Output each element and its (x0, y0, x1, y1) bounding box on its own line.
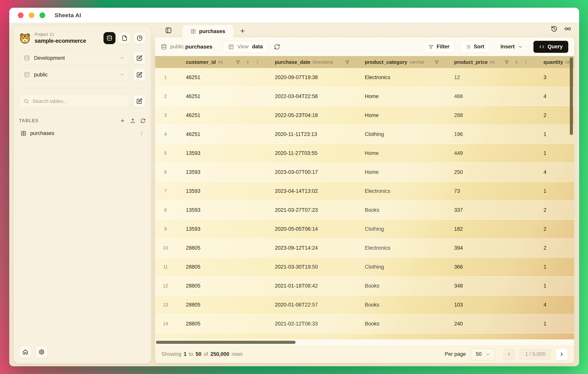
cell-customer_id[interactable]: 13593 (176, 201, 265, 219)
cell-purchase_date[interactable]: 2020-05-05T06:14 (265, 220, 355, 238)
row-number[interactable]: 9 (155, 220, 176, 238)
cell-product_price[interactable]: 288 (444, 106, 534, 125)
cell-customer_id[interactable]: 28805 (176, 314, 265, 333)
cell-quantity[interactable]: 1 (534, 258, 574, 276)
cell-customer_id[interactable]: 28805 (176, 258, 265, 276)
cell-product_category[interactable]: Books (355, 314, 444, 333)
add-tab-button[interactable] (239, 27, 246, 35)
cell-product_price[interactable]: 12 (444, 68, 534, 87)
row-number[interactable]: 14 (155, 314, 176, 333)
cell-customer_id[interactable]: 46251 (176, 125, 265, 144)
cell-product_price[interactable]: 449 (444, 144, 534, 162)
table-row[interactable]: 13288052020-01-06T22:57Books1034 (155, 295, 574, 314)
environment-select[interactable]: Development (19, 52, 129, 65)
cell-purchase_date[interactable]: 2020-11-11T23:13 (265, 125, 355, 144)
table-row[interactable]: 3462512022-05-23T04:18Home2882 (155, 106, 574, 125)
database-view-button[interactable] (104, 32, 116, 44)
row-number[interactable]: 1 (155, 68, 176, 87)
edit-environment-button[interactable] (133, 52, 146, 64)
home-button[interactable] (19, 346, 32, 358)
view-mode-button[interactable]: View data (223, 41, 268, 53)
filter-icon[interactable] (504, 60, 509, 64)
sort-arrows-icon[interactable] (245, 60, 250, 64)
cell-quantity[interactable]: 4 (534, 87, 574, 106)
table-row[interactable]: 1462512020-09-07T19:38Electronics123 (155, 68, 574, 87)
tab-purchases[interactable]: purchases (183, 25, 233, 38)
column-menu-icon[interactable] (255, 60, 260, 64)
sort-button[interactable]: Sort (460, 41, 490, 53)
add-table-icon[interactable] (120, 118, 125, 123)
row-number[interactable]: 8 (155, 201, 176, 219)
cell-product_price[interactable]: 103 (444, 295, 534, 314)
cell-quantity[interactable]: 1 (534, 277, 574, 295)
refresh-tables-icon[interactable] (140, 118, 146, 123)
cell-purchase_date[interactable]: 2023-03-07T00:17 (265, 163, 355, 181)
charts-view-button[interactable] (134, 32, 146, 44)
search-tables-input[interactable] (32, 98, 125, 104)
table-row[interactable]: 14288052021-02-12T06:33Books2401 (155, 314, 574, 333)
cell-product_price[interactable]: 348 (444, 277, 534, 295)
files-view-button[interactable] (119, 32, 131, 44)
column-menu-icon[interactable] (524, 60, 528, 64)
cell-product_price[interactable]: 337 (444, 201, 534, 219)
filter-button[interactable]: Filter (423, 41, 455, 53)
cell-purchase_date[interactable]: 2020-09-07T19:38 (265, 68, 355, 87)
cell-customer_id[interactable]: 46251 (176, 68, 265, 87)
cell-customer_id[interactable]: 13593 (176, 144, 265, 162)
row-number[interactable]: 11 (155, 258, 176, 276)
cell-product_price[interactable]: 240 (444, 314, 534, 333)
sidebar-item-purchases[interactable]: purchases (19, 129, 146, 137)
cell-product_category[interactable]: Home (355, 163, 444, 181)
cell-customer_id[interactable]: 28805 (176, 239, 265, 257)
infinity-icon[interactable] (564, 26, 571, 32)
cell-product_category[interactable]: Home (355, 87, 444, 106)
table-row[interactable]: 9135932020-05-05T06:14Clothing1822 (155, 220, 574, 239)
filter-icon[interactable] (236, 60, 241, 64)
row-number[interactable]: 7 (155, 182, 176, 200)
cell-quantity[interactable]: 4 (534, 295, 574, 314)
history-icon[interactable] (551, 26, 557, 32)
cell-product_category[interactable]: Books (355, 277, 444, 295)
cell-product_category[interactable]: Clothing (355, 125, 444, 144)
cell-quantity[interactable]: 2 (534, 106, 574, 125)
table-row[interactable]: 4462512020-11-11T23:13Clothing1961 (155, 125, 574, 144)
cell-quantity[interactable]: 1 (534, 314, 574, 333)
row-number[interactable]: 4 (155, 125, 176, 144)
cell-product_price[interactable]: 366 (444, 258, 534, 276)
query-button[interactable]: Query (534, 41, 568, 53)
cell-purchase_date[interactable]: 2023-09-12T14:24 (265, 239, 355, 257)
schema-select[interactable]: public (19, 68, 129, 81)
settings-button[interactable] (35, 346, 48, 358)
cell-purchase_date[interactable]: 2021-02-12T06:33 (265, 314, 355, 333)
cell-customer_id[interactable]: 46251 (176, 87, 265, 106)
column-header-product-category[interactable]: product_category varchar (355, 56, 444, 68)
zoom-window-button[interactable] (40, 12, 45, 18)
next-page-button[interactable] (556, 348, 568, 360)
cell-product_price[interactable]: 73 (444, 182, 534, 200)
table-row[interactable]: 2462512022-03-04T22:56Home4684 (155, 87, 574, 106)
table-row[interactable]: 5135932020-11-27T03:55Home4491 (155, 144, 574, 163)
minimize-window-button[interactable] (29, 12, 34, 18)
table-row[interactable]: 10288052023-09-12T14:24Electronics3942 (155, 239, 574, 258)
horizontal-scrollbar[interactable] (156, 341, 295, 344)
cell-product_category[interactable]: Electronics (355, 68, 444, 87)
cell-quantity[interactable]: 2 (534, 201, 574, 219)
cell-product_category[interactable]: Books (355, 295, 444, 314)
sidebar-toggle-button[interactable] (164, 26, 173, 35)
cell-product_category[interactable]: Electronics (355, 239, 444, 257)
cell-purchase_date[interactable]: 2022-05-23T04:18 (265, 106, 355, 125)
table-row[interactable]: 6135932023-03-07T00:17Home2504 (155, 163, 574, 182)
cell-quantity[interactable]: 4 (534, 163, 574, 181)
column-header-quantity[interactable]: quantity int (534, 56, 574, 68)
row-number[interactable]: 5 (155, 144, 176, 162)
cell-product_price[interactable]: 394 (444, 239, 534, 257)
cell-quantity[interactable]: 2 (534, 239, 574, 257)
filter-icon[interactable] (345, 60, 350, 64)
cell-purchase_date[interactable]: 2020-11-27T03:55 (265, 144, 355, 162)
close-window-button[interactable] (18, 12, 24, 18)
column-header-product-price[interactable]: product_price int (444, 56, 534, 68)
cell-customer_id[interactable]: 28805 (176, 295, 265, 314)
cell-customer_id[interactable]: 13593 (176, 163, 265, 181)
table-menu-icon[interactable] (139, 131, 144, 136)
cell-product_category[interactable]: Books (355, 201, 444, 219)
